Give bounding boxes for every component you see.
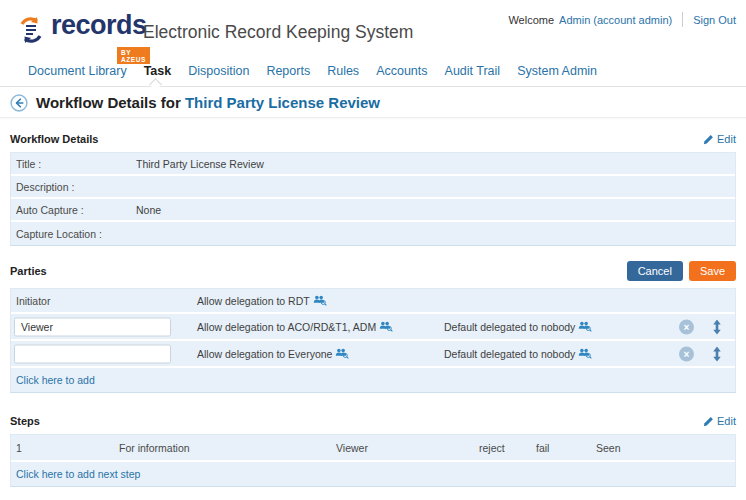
tab-rules[interactable]: Rules xyxy=(327,64,359,78)
delegation-label: Allow delegation to ACO/RD&T1, ADM xyxy=(197,321,376,333)
party-add-row[interactable]: Click here to add xyxy=(11,368,735,392)
add-step-link[interactable]: Click here to add next step xyxy=(16,468,140,480)
party-row-viewer: Allow delegation to ACO/RD&T1, ADM Defau… xyxy=(11,314,735,341)
brand-name: records xyxy=(51,10,147,40)
party-row-initiator: Initiator Allow delegation to RDT xyxy=(11,289,735,314)
people-search-icon[interactable] xyxy=(578,321,592,332)
pencil-icon xyxy=(703,416,714,427)
logo[interactable]: records BY AZEUS xyxy=(16,10,147,49)
party-name: Initiator xyxy=(16,295,50,307)
party-delegation[interactable]: Allow delegation to RDT xyxy=(197,295,327,307)
people-search-icon[interactable] xyxy=(335,348,349,359)
workflow-details-title: Workflow Details xyxy=(10,133,98,145)
steps-table: 1 For information Viewer reject fail See… xyxy=(10,434,736,487)
detail-row-title: Title : Third Party License Review xyxy=(11,153,735,176)
default-delegation-label: Default delegated to nobody xyxy=(444,348,575,360)
people-search-icon[interactable] xyxy=(578,348,592,359)
tab-document-library[interactable]: Document Library xyxy=(28,64,127,78)
field-label: Description : xyxy=(16,181,74,193)
step-fail-action: fail xyxy=(536,442,549,454)
delegation-label: Allow delegation to Everyone xyxy=(197,348,332,360)
welcome-label: Welcome xyxy=(508,14,554,26)
step-add-row[interactable]: Click here to add next step xyxy=(11,462,735,486)
people-search-icon[interactable] xyxy=(313,295,327,306)
edit-label: Edit xyxy=(717,133,736,145)
parties-table: Initiator Allow delegation to RDT All xyxy=(10,288,736,393)
workflow-details-table: Title : Third Party License Review Descr… xyxy=(10,152,736,246)
parties-title: Parties xyxy=(10,265,47,277)
x-circle-icon[interactable]: × xyxy=(679,319,694,334)
party-default-delegation[interactable]: Default delegated to nobody xyxy=(444,321,592,333)
circular-arrows-document-icon xyxy=(16,15,46,49)
cancel-button[interactable]: Cancel xyxy=(627,261,683,281)
party-name-input[interactable] xyxy=(14,317,171,336)
x-circle-icon[interactable]: × xyxy=(679,346,694,361)
sign-out-link[interactable]: Sign Out xyxy=(693,14,736,26)
page-title-prefix: Workflow Details for xyxy=(36,94,181,111)
tab-disposition[interactable]: Disposition xyxy=(188,64,249,78)
tab-audit-trail[interactable]: Audit Trail xyxy=(445,64,501,78)
tab-task[interactable]: Task xyxy=(144,64,172,78)
page-title: Workflow Details for Third Party License… xyxy=(36,94,380,111)
app-title: Electronic Record Keeping System xyxy=(143,22,413,43)
tab-reports[interactable]: Reports xyxy=(266,64,310,78)
header-separator xyxy=(682,12,683,27)
workflow-name: Third Party License Review xyxy=(185,94,380,111)
field-value: Third Party License Review xyxy=(136,158,264,170)
tab-system-admin[interactable]: System Admin xyxy=(517,64,597,78)
workflow-details-edit-button[interactable]: Edit xyxy=(703,133,736,145)
add-party-link[interactable]: Click here to add xyxy=(16,374,95,386)
step-number: 1 xyxy=(16,442,22,454)
back-circle-arrow-icon[interactable] xyxy=(10,94,28,112)
default-delegation-label: Default delegated to nobody xyxy=(444,321,575,333)
field-value: None xyxy=(136,204,161,216)
pencil-icon xyxy=(703,134,714,145)
party-delegation[interactable]: Allow delegation to Everyone xyxy=(197,348,349,360)
field-label: Auto Capture : xyxy=(16,204,84,216)
up-down-arrow-icon[interactable] xyxy=(712,346,722,361)
steps-title: Steps xyxy=(10,415,40,427)
field-label: Capture Location : xyxy=(16,228,102,240)
main-nav: Document Library Task Disposition Report… xyxy=(0,55,746,87)
party-row-new: Allow delegation to Everyone Default del… xyxy=(11,341,735,368)
page-content: Workflow Details Edit Title : Third Part… xyxy=(0,118,746,487)
steps-header: Steps Edit xyxy=(10,415,736,427)
app-window: records BY AZEUS Electronic Record Keepi… xyxy=(0,0,746,500)
step-status: Seen xyxy=(596,442,621,454)
workflow-details-header: Workflow Details Edit xyxy=(10,133,736,145)
party-delegation[interactable]: Allow delegation to ACO/RD&T1, ADM xyxy=(197,321,393,333)
step-party: Viewer xyxy=(336,442,368,454)
step-row: 1 For information Viewer reject fail See… xyxy=(11,435,735,462)
detail-row-auto-capture: Auto Capture : None xyxy=(11,199,735,222)
header-user-area: Welcome Admin (account admin) Sign Out xyxy=(508,12,736,27)
parties-header: Parties Cancel Save xyxy=(10,261,736,281)
save-button[interactable]: Save xyxy=(689,261,736,281)
step-reject-action: reject xyxy=(479,442,505,454)
party-name-input[interactable] xyxy=(14,344,171,363)
parties-actions: Cancel Save xyxy=(627,261,736,281)
app-header: records BY AZEUS Electronic Record Keepi… xyxy=(0,0,746,55)
delegation-label: Allow delegation to RDT xyxy=(197,295,310,307)
field-label: Title : xyxy=(16,158,41,170)
tab-accounts[interactable]: Accounts xyxy=(376,64,427,78)
steps-edit-button[interactable]: Edit xyxy=(703,415,736,427)
step-type: For information xyxy=(119,442,190,454)
account-admin-link[interactable]: Admin (account admin) xyxy=(559,14,672,26)
detail-row-capture-location: Capture Location : xyxy=(11,222,735,245)
edit-label: Edit xyxy=(717,415,736,427)
party-default-delegation[interactable]: Default delegated to nobody xyxy=(444,348,592,360)
detail-row-description: Description : xyxy=(11,176,735,199)
tab-task-label: Task xyxy=(144,64,172,78)
page-title-bar: Workflow Details for Third Party License… xyxy=(0,88,746,118)
people-search-icon[interactable] xyxy=(379,321,393,332)
up-down-arrow-icon[interactable] xyxy=(712,319,722,334)
